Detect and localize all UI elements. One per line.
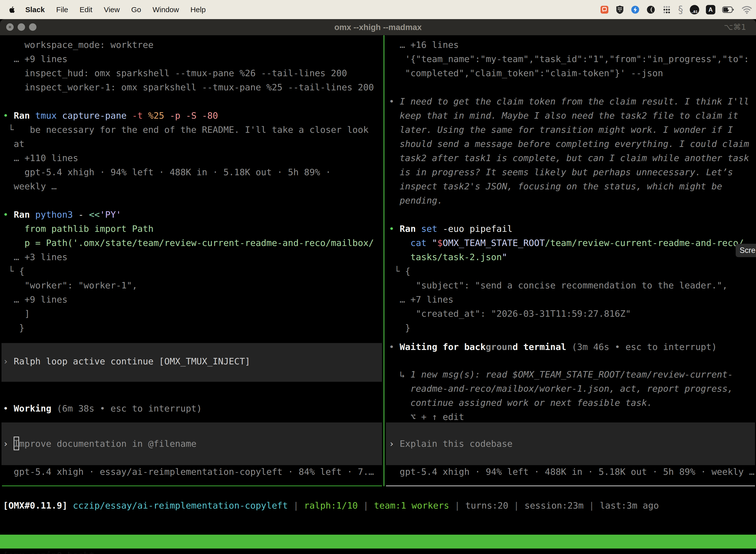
prompt-input-left[interactable]: › Improve documentation in @filename [1, 423, 382, 465]
terminal-line: └ be necessary for the end of the README… [3, 123, 383, 137]
text-segment: … +16 lines [389, 40, 459, 50]
text-segment: • [389, 96, 399, 107]
text-segment: › [3, 439, 14, 449]
text-segment: cat [411, 238, 432, 248]
apple-menu-icon[interactable] [8, 5, 15, 14]
terminal-line: readme-and-reco/mailbox/worker-1.json, a… [389, 382, 756, 396]
wifi-icon[interactable] [742, 5, 752, 14]
terminal-line: … +3 lines [3, 250, 383, 264]
terminal-line: from pathlib import Path [3, 222, 383, 236]
text-segment: Ran [14, 110, 35, 121]
text-segment: "created_at": "2026-03-31T11:59:27.816Z" [389, 309, 631, 319]
terminal-line: "created_at": "2026-03-31T11:59:27.816Z" [389, 307, 756, 321]
terminal-line: task2 after task1 is complete, but can I… [389, 151, 756, 165]
text-segment: d terminal [513, 342, 572, 352]
terminal-line: • Ran set -euo pipefail [389, 222, 756, 236]
menu-go[interactable]: Go [131, 5, 141, 14]
waiting-status: • Waiting for background terminal (3m 46… [389, 340, 756, 354]
terminal-line: … +110 lines [3, 151, 383, 165]
terminal-line: continue assigned work or next feasible … [389, 396, 756, 410]
text-segment: • [389, 224, 399, 234]
screen: Slack File Edit View Go Window Help § ..… [0, 0, 756, 554]
text-segment: • [3, 110, 14, 121]
terminal-line: › Improve documentation in @filename [3, 437, 382, 451]
text-cursor: I [14, 437, 19, 450]
squiggle-icon[interactable]: § [678, 5, 683, 15]
terminal-line: ] [3, 307, 383, 321]
text-segment: should send a message before completing … [389, 139, 749, 149]
keypad-shield-icon[interactable] [616, 5, 624, 14]
text-segment: ↳ [389, 369, 411, 380]
terminal-line: • I need to get the claim token from the… [389, 94, 756, 108]
text-segment: at [3, 139, 24, 149]
text-segment: from pathlib import Path [3, 224, 153, 234]
terminal-line: '{"team_name":"my-team","task_id":"1","f… [389, 52, 756, 66]
text-segment: /team/review-current-readme-and-reco/ [545, 238, 744, 248]
text-segment: (6m 38s • esc to interrupt) [57, 403, 202, 413]
terminal-line: inspect_worker-1: omx sparkshell --tmux-… [3, 80, 383, 94]
working-status: • Working (6m 38s • esc to interrupt) [3, 401, 383, 416]
text-segment: inspect_hud: omx sparkshell --tmux-pane … [3, 68, 347, 78]
text-segment: session:23m [524, 500, 589, 510]
crescent-icon[interactable] [646, 5, 655, 14]
menu-help[interactable]: Help [190, 5, 206, 14]
terminal-line: } [3, 321, 383, 335]
text-segment: › [3, 356, 14, 366]
text-segment: | [363, 500, 374, 510]
text-segment: … +110 lines [3, 153, 78, 163]
text-segment: last:3m ago [600, 500, 659, 510]
terminal-line: cat "$OMX_TEAM_STATE_ROOT/team/review-cu… [389, 236, 756, 250]
text-segment: python3 [35, 210, 78, 220]
terminal-line: • Ran python3 - <<'PY' [3, 208, 383, 222]
text-segment: cczip/essay/ai-reimplementation-copyleft [73, 500, 294, 510]
text-segment: … +3 lines [3, 252, 67, 262]
text-segment: [OMX#0.11.9] [3, 500, 73, 510]
terminal-line: ⌥ + ↑ edit [389, 410, 756, 424]
terminal-line: › Explain this codebase [389, 437, 755, 451]
battery-charging-icon[interactable] [722, 5, 735, 14]
battery-badge-icon[interactable]: ..61 [690, 5, 699, 14]
text-segment: | [455, 500, 465, 510]
prompt-input-right[interactable]: › Explain this codebase [386, 423, 755, 465]
terminal-line: gpt-5.4 xhigh · 94% left · 488K in · 5.1… [3, 165, 383, 179]
menubar-app-name[interactable]: Slack [25, 5, 45, 14]
screen-recording-icon[interactable] [600, 5, 609, 14]
text-segment: • [389, 342, 399, 352]
text-segment: • [3, 210, 14, 220]
text-segment: I need to get the claim token from the c… [399, 96, 749, 107]
pane-divider[interactable] [383, 35, 384, 486]
menubar: Slack File Edit View Go Window Help § ..… [0, 0, 756, 19]
screen-tooltip[interactable]: Scre [736, 244, 756, 257]
text-segment: p = Path('.omx/state/team/review-current… [3, 238, 374, 248]
text-segment: tasks/task-2.json [389, 252, 502, 262]
right-log: … +16 lines '{"team_name":"my-team","tas… [389, 38, 756, 335]
text-segment: ] [3, 309, 30, 319]
text-segment: • [3, 403, 14, 413]
text-segment: OMX_TEAM_STATE_ROOT [443, 238, 545, 248]
text-segment: Working [14, 403, 57, 413]
ralph-banner: › Ralph loop active continue [OMX_TMUX_I… [1, 343, 382, 382]
pane-left: workspace_mode: worktree … +9 lines insp… [0, 35, 383, 486]
text-segment: Explain this codebase [399, 439, 512, 449]
text-segment: " [502, 252, 507, 262]
menu-view[interactable]: View [104, 5, 120, 14]
terminal-line: [OMX#0.11.9] cczip/essay/ai-reimplementa… [3, 498, 756, 512]
assistant-a-icon[interactable]: A [706, 5, 715, 14]
text-segment: gpt-5.4 xhigh · 94% left · 488K in · 5.1… [3, 167, 331, 177]
terminal-line [3, 193, 383, 208]
bolt-badge-icon[interactable] [631, 5, 640, 14]
menu-edit[interactable]: Edit [80, 5, 92, 14]
tmux-window-name[interactable]: [omx-cczip0:bash* [3, 549, 94, 554]
menu-window[interactable]: Window [152, 5, 179, 14]
text-segment: " [432, 238, 437, 248]
dots-grid-icon[interactable] [662, 5, 672, 14]
terminal-line: › Ralph loop active continue [OMX_TMUX_I… [3, 354, 382, 368]
text-segment: $ [437, 238, 443, 248]
terminal-line: "worker": "worker-1", [3, 278, 383, 292]
text-segment: 1 new msg(s): read $OMX_TEAM_STATE_ROOT/… [411, 369, 733, 380]
terminal-line: inspect task2's JSON, focusing on the st… [389, 179, 756, 193]
text-segment: tmux [35, 110, 62, 121]
left-session-status: gpt-5.4 xhigh · essay/ai-reimplementatio… [3, 465, 383, 479]
text-segment: Waiting for back [399, 342, 486, 352]
menu-file[interactable]: File [56, 5, 68, 14]
